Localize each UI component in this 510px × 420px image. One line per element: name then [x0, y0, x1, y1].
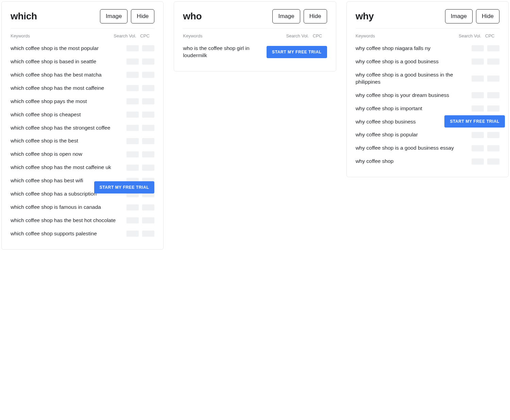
- table-header: KeywordsSearch Vol.CPC: [11, 32, 154, 42]
- table-row: which coffee shop pays the most: [11, 95, 154, 108]
- keyword-text[interactable]: which coffee shop is the best: [11, 137, 126, 145]
- hide-button[interactable]: Hide: [476, 9, 499, 23]
- table-header: KeywordsSearch Vol.CPC: [356, 32, 499, 42]
- keyword-text[interactable]: why coffee shop niagara falls ny: [356, 45, 472, 52]
- card-actions: ImageHide: [445, 9, 499, 23]
- value-placeholders: [126, 217, 154, 223]
- cpc-placeholder: [142, 58, 154, 65]
- table-row: which coffee shop is based in seattle: [11, 55, 154, 68]
- keyword-text[interactable]: which coffee shop has the strongest coff…: [11, 124, 126, 132]
- search-vol-placeholder: [126, 58, 139, 65]
- start-free-trial-button[interactable]: START MY FREE TRIAL: [267, 46, 327, 58]
- col-cpc: CPC: [485, 33, 499, 38]
- keyword-text[interactable]: why coffee shop is a good business essay: [356, 145, 472, 152]
- image-button[interactable]: Image: [100, 9, 128, 23]
- cpc-placeholder: [142, 112, 154, 118]
- keyword-text[interactable]: which coffee shop supports palestine: [11, 230, 126, 237]
- table-row: which coffee shop is the best: [11, 134, 154, 148]
- card-actions: ImageHide: [100, 9, 154, 23]
- value-placeholders: [126, 45, 154, 51]
- start-free-trial-button[interactable]: START MY FREE TRIAL: [94, 181, 155, 194]
- keyword-text[interactable]: why coffee shop is important: [356, 105, 472, 112]
- table-row: which coffee shop has the most caffeine: [11, 82, 154, 95]
- search-vol-placeholder: [126, 125, 139, 131]
- divider: [183, 28, 327, 29]
- value-placeholders: [126, 58, 154, 65]
- keyword-text[interactable]: why coffee shop is your dream business: [356, 92, 472, 99]
- table-row: why coffee shop is a good business essay: [356, 141, 499, 155]
- keyword-text[interactable]: which coffee shop is the most popular: [11, 45, 126, 52]
- cpc-placeholder: [487, 58, 499, 65]
- table-row: which coffee shop supports palestine: [11, 227, 154, 240]
- value-placeholders: [126, 138, 154, 144]
- value-placeholders: [126, 231, 154, 237]
- divider: [356, 28, 499, 29]
- table-row: why coffee shop is a good business: [356, 55, 499, 68]
- table-row: which coffee shop has the best hot choco…: [11, 214, 154, 227]
- keyword-text[interactable]: which coffee shop is cheapest: [11, 111, 126, 118]
- card-header: whyImageHide: [356, 9, 499, 23]
- start-free-trial-button[interactable]: START MY FREE TRIAL: [444, 115, 505, 128]
- card-header: whoImageHide: [183, 9, 327, 23]
- col-cpc: CPC: [140, 33, 154, 38]
- search-vol-placeholder: [472, 58, 484, 65]
- card-who: whoImageHideKeywordsSearch Vol.CPCwho is…: [174, 1, 336, 71]
- cpc-placeholder: [142, 231, 154, 237]
- cpc-placeholder: [142, 204, 154, 211]
- value-placeholders: [472, 132, 499, 138]
- value-placeholders: [472, 145, 499, 151]
- value-placeholders: [472, 158, 499, 165]
- keyword-text[interactable]: which coffee shop has the best hot choco…: [11, 217, 126, 224]
- keyword-text[interactable]: why coffee shop is a good business in th…: [356, 71, 472, 86]
- table-row: why coffee shop niagara falls ny: [356, 42, 499, 55]
- search-vol-placeholder: [126, 204, 139, 211]
- col-keywords: Keywords: [11, 33, 114, 38]
- keyword-text[interactable]: why coffee shop is popular: [356, 131, 472, 138]
- cpc-placeholder: [142, 165, 154, 171]
- hide-button[interactable]: Hide: [131, 9, 154, 23]
- col-search-vol: Search Vol.: [114, 33, 140, 38]
- table-row: why coffee shop is popular: [356, 128, 499, 141]
- keyword-text[interactable]: which coffee shop is based in seattle: [11, 58, 126, 65]
- hide-button[interactable]: Hide: [304, 9, 327, 23]
- cpc-placeholder: [487, 145, 499, 151]
- image-button[interactable]: Image: [272, 9, 300, 23]
- value-placeholders: [472, 58, 499, 65]
- keyword-text[interactable]: which coffee shop has the most caffeine: [11, 85, 126, 92]
- keyword-text[interactable]: which coffee shop pays the most: [11, 98, 126, 105]
- keyword-text[interactable]: which coffee shop has the best matcha: [11, 71, 126, 79]
- value-placeholders: [472, 75, 499, 82]
- search-vol-placeholder: [472, 158, 484, 165]
- search-vol-placeholder: [472, 92, 484, 98]
- table-row: which coffee shop is famous in canada: [11, 201, 154, 214]
- image-button[interactable]: Image: [445, 9, 473, 23]
- cpc-placeholder: [142, 98, 154, 104]
- card-which: whichImageHideKeywordsSearch Vol.CPCwhic…: [1, 1, 164, 250]
- keyword-text[interactable]: who is the coffee shop girl in loudermil…: [183, 45, 267, 59]
- keyword-text[interactable]: why coffee shop: [356, 158, 472, 165]
- cpc-placeholder: [142, 217, 154, 223]
- value-placeholders: [126, 125, 154, 131]
- value-placeholders: [126, 112, 154, 118]
- col-search-vol: Search Vol.: [286, 33, 313, 38]
- cpc-placeholder: [487, 92, 499, 98]
- col-cpc: CPC: [313, 33, 327, 38]
- col-keywords: Keywords: [356, 33, 459, 38]
- cpc-placeholder: [142, 151, 154, 157]
- value-placeholders: [126, 72, 154, 78]
- keyword-text[interactable]: which coffee shop has the most caffeine …: [11, 164, 126, 171]
- search-vol-placeholder: [126, 98, 139, 104]
- cpc-placeholder: [487, 45, 499, 51]
- cpc-placeholder: [487, 132, 499, 138]
- table-row: which coffee shop is open now: [11, 148, 154, 161]
- table-row: which coffee shop has the strongest coff…: [11, 121, 154, 135]
- keyword-text[interactable]: which coffee shop is famous in canada: [11, 204, 126, 211]
- table-row: why coffee shop is important: [356, 102, 499, 115]
- cpc-placeholder: [487, 105, 499, 112]
- keyword-text[interactable]: which coffee shop is open now: [11, 151, 126, 158]
- search-vol-placeholder: [126, 231, 139, 237]
- keyword-text[interactable]: why coffee shop is a good business: [356, 58, 472, 65]
- search-vol-placeholder: [126, 72, 139, 78]
- search-vol-placeholder: [126, 85, 139, 91]
- search-vol-placeholder: [126, 138, 139, 144]
